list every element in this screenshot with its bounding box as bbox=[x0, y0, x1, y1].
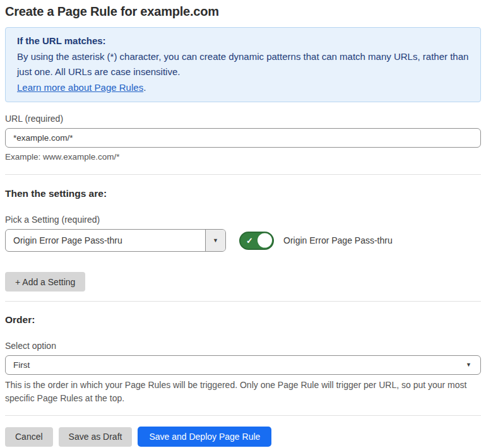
toggle-knob bbox=[258, 233, 272, 248]
url-example-hint: Example: www.example.com/* bbox=[5, 152, 481, 162]
order-select[interactable]: First ▼ bbox=[5, 355, 481, 375]
notice-heading: If the URL matches: bbox=[17, 33, 469, 49]
order-help-text: This is the order in which your Page Rul… bbox=[5, 379, 481, 405]
divider bbox=[5, 174, 481, 175]
page-title: Create a Page Rule for example.com bbox=[5, 4, 481, 19]
origin-error-page-toggle[interactable]: ✓ bbox=[239, 232, 274, 250]
caret-down-icon: ▼ bbox=[213, 238, 218, 244]
dropdown-arrow-button[interactable]: ▼ bbox=[205, 230, 225, 251]
settings-section-heading: Then the settings are: bbox=[5, 188, 481, 199]
caret-down-icon: ▼ bbox=[466, 362, 471, 368]
notice-link-line: Learn more about Page Rules. bbox=[17, 80, 469, 96]
setting-picker-dropdown[interactable]: Origin Error Page Pass-thru ▼ bbox=[5, 229, 226, 252]
url-match-notice: If the URL matches: By using the asteris… bbox=[5, 27, 481, 102]
notice-body: By using the asterisk (*) character, you… bbox=[17, 49, 469, 80]
divider bbox=[5, 415, 481, 416]
page-rule-form: Create a Page Rule for example.com If th… bbox=[0, 0, 486, 447]
setting-picker-value: Origin Error Page Pass-thru bbox=[6, 230, 205, 251]
toggle-label: Origin Error Page Pass-thru bbox=[283, 235, 393, 245]
form-actions: Cancel Save as Draft Save and Deploy Pag… bbox=[5, 427, 481, 447]
url-input[interactable] bbox=[5, 128, 481, 148]
learn-more-link[interactable]: Learn more about Page Rules bbox=[17, 82, 143, 93]
cancel-button[interactable]: Cancel bbox=[5, 427, 53, 447]
pick-setting-label: Pick a Setting (required) bbox=[5, 215, 481, 225]
order-section-heading: Order: bbox=[5, 314, 481, 326]
order-select-value: First bbox=[13, 360, 466, 370]
notice-link-suffix: . bbox=[143, 82, 146, 93]
select-option-label: Select option bbox=[5, 341, 481, 351]
save-as-draft-button[interactable]: Save as Draft bbox=[59, 427, 133, 447]
save-and-deploy-button[interactable]: Save and Deploy Page Rule bbox=[138, 427, 271, 447]
setting-row: Origin Error Page Pass-thru ▼ ✓ Origin E… bbox=[5, 229, 481, 252]
check-icon: ✓ bbox=[246, 236, 253, 245]
add-setting-button[interactable]: + Add a Setting bbox=[5, 272, 85, 292]
url-field-label: URL (required) bbox=[5, 114, 481, 124]
divider bbox=[5, 301, 481, 302]
